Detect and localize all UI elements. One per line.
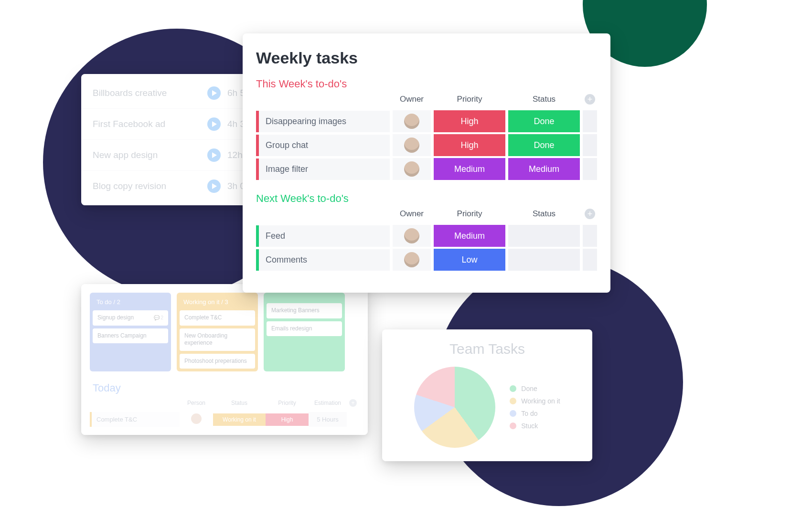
kanban-card-item[interactable]: Photoshoot preperations <box>180 354 255 369</box>
avatar <box>404 228 419 243</box>
kanban-card-text: Emails redesign <box>271 325 312 333</box>
team-tasks-card: Team Tasks Done Working on it To do Stuc… <box>382 329 592 461</box>
pie-legend: Done Working on it To do Stuck <box>510 380 560 434</box>
kanban-column-title: Working on it / 3 <box>180 296 255 310</box>
group-title[interactable]: This Week's to-do's <box>256 78 597 90</box>
time-tracking-card: Billboards creative 6h 5 First Facebook … <box>81 74 263 205</box>
owner-cell[interactable] <box>393 225 431 247</box>
priority-cell[interactable]: Low <box>434 249 505 271</box>
play-icon[interactable] <box>207 117 221 131</box>
kanban-column-title: To do / 2 <box>93 296 168 310</box>
col-header-status: Status <box>508 93 580 108</box>
today-col-header <box>90 400 180 406</box>
time-task-name: First Facebook ad <box>93 119 204 129</box>
weekly-title: Weekly tasks <box>256 49 597 67</box>
col-header-priority: Priority <box>434 93 505 108</box>
add-column-button[interactable]: + <box>583 207 597 223</box>
legend-label: Stuck <box>521 422 538 430</box>
owner-cell[interactable] <box>393 158 431 180</box>
legend-item: To do <box>510 410 560 417</box>
row-tail <box>583 225 597 247</box>
today-task-name[interactable]: Complete T&C <box>90 412 180 427</box>
status-cell[interactable]: Done <box>508 134 580 156</box>
legend-item: Working on it <box>510 397 560 405</box>
kanban-card-item[interactable]: New Onboarding experience <box>180 328 255 351</box>
add-column-button[interactable]: + <box>347 396 359 410</box>
task-name-cell[interactable]: Image filter <box>256 159 390 180</box>
status-cell[interactable]: Medium <box>508 158 580 180</box>
owner-cell[interactable] <box>393 249 431 271</box>
kanban-card-item[interactable]: Emails redesign <box>267 321 342 337</box>
time-row: Billboards creative 6h 5 <box>81 78 263 109</box>
legend-item: Done <box>510 385 560 392</box>
kanban-card-item[interactable]: Signup design 💬 2 <box>93 310 168 326</box>
kanban-column: To do / 2 Signup design 💬 2 Banners Camp… <box>90 293 171 371</box>
status-cell[interactable] <box>508 225 580 247</box>
today-person[interactable] <box>180 410 213 429</box>
legend-dot-icon <box>510 385 516 392</box>
kanban-card-item[interactable]: Marketing Banners <box>267 303 342 318</box>
priority-cell[interactable]: Medium <box>434 225 505 247</box>
play-icon[interactable] <box>207 86 221 100</box>
col-header-status: Status <box>508 207 580 222</box>
col-header <box>256 97 390 103</box>
time-row: First Facebook ad 4h 3 <box>81 109 263 140</box>
task-name-cell[interactable]: Comments <box>256 249 390 271</box>
col-header-owner: Owner <box>393 93 431 108</box>
avatar <box>404 252 419 267</box>
row-tail <box>583 158 597 180</box>
status-cell[interactable]: Done <box>508 110 580 132</box>
plus-icon: + <box>585 209 595 219</box>
today-estimation[interactable]: 5 Hours <box>309 412 347 427</box>
task-name-cell[interactable]: Feed <box>256 225 390 247</box>
pie-title: Team Tasks <box>394 341 581 357</box>
time-row: Blog copy revision 3h 0 <box>81 171 263 201</box>
legend-label: To do <box>521 410 537 417</box>
row-tail <box>583 110 597 132</box>
kanban-column-title <box>267 296 342 303</box>
today-col-header: Person <box>180 397 213 409</box>
row-tail <box>583 249 597 271</box>
owner-cell[interactable] <box>393 110 431 132</box>
legend-dot-icon <box>510 423 516 429</box>
avatar <box>404 161 419 177</box>
legend-label: Done <box>521 385 537 392</box>
priority-cell[interactable]: Medium <box>434 158 505 180</box>
time-task-name: New app design <box>93 150 204 160</box>
legend-dot-icon <box>510 398 516 404</box>
kanban-card-item[interactable]: Banners Campaign <box>93 328 168 344</box>
owner-cell[interactable] <box>393 134 431 156</box>
task-name-cell[interactable]: Disappearing images <box>256 111 390 132</box>
legend-label: Working on it <box>521 397 560 405</box>
avatar <box>191 413 202 424</box>
task-grid: Owner Priority Status + Disappearing ima… <box>256 92 597 180</box>
today-status[interactable]: Working on it <box>213 413 266 426</box>
kanban-column: Marketing Banners Emails redesign <box>264 293 345 371</box>
today-priority[interactable]: High <box>266 413 309 426</box>
legend-dot-icon <box>510 410 516 417</box>
kanban-card-text: Photoshoot preperations <box>184 358 247 365</box>
play-icon[interactable] <box>207 180 221 193</box>
kanban-card-text: Signup design <box>97 314 134 322</box>
avatar <box>404 137 419 153</box>
plus-icon: + <box>585 94 595 105</box>
task-name-cell[interactable]: Group chat <box>256 135 390 156</box>
col-header-priority: Priority <box>434 207 505 222</box>
col-header <box>256 212 390 218</box>
legend-item: Stuck <box>510 422 560 430</box>
time-task-name: Billboards creative <box>93 88 204 98</box>
status-cell[interactable] <box>508 249 580 271</box>
kanban-card-item[interactable]: Complete T&C <box>180 310 255 326</box>
kanban-card-text: New Onboarding experience <box>184 332 250 347</box>
priority-cell[interactable]: High <box>434 110 505 132</box>
kanban-card-text: Marketing Banners <box>271 307 320 315</box>
today-heading: Today <box>93 382 359 394</box>
comment-icon: 💬 2 <box>154 315 163 321</box>
add-column-button[interactable]: + <box>583 92 597 108</box>
today-col-header: Status <box>213 397 266 409</box>
kanban-card-text: Complete T&C <box>184 314 222 322</box>
time-row: New app design 12h <box>81 140 263 171</box>
group-title[interactable]: Next Week's to-do's <box>256 192 597 205</box>
play-icon[interactable] <box>207 148 221 162</box>
priority-cell[interactable]: High <box>434 134 505 156</box>
